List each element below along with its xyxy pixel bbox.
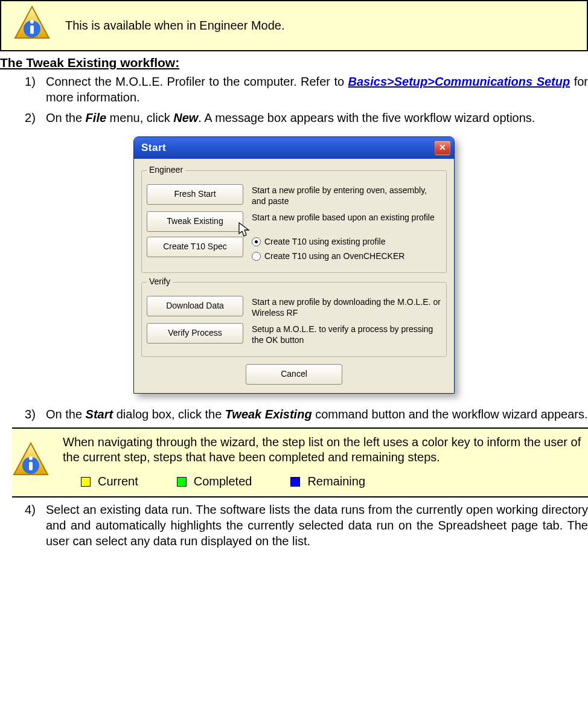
steps-list-cont2: Select an existing data run. The softwar… <box>0 502 588 549</box>
info-callout-color-key: When navigating through the wizard, the … <box>12 427 588 498</box>
group-engineer: Engineer Fresh Start Start a new profile… <box>141 165 447 273</box>
fresh-start-button[interactable]: Fresh Start <box>147 184 243 205</box>
cancel-button[interactable]: Cancel <box>246 364 342 385</box>
verify-process-button[interactable]: Verify Process <box>147 323 243 344</box>
radio-t10-existing[interactable]: Create T10 using existing profile <box>252 237 441 248</box>
svg-point-3 <box>30 20 34 24</box>
steps-list: Connect the M.O.L.E. Profiler to the com… <box>0 74 588 126</box>
download-data-button[interactable]: Download Data <box>147 296 243 316</box>
group-verify-legend: Verify <box>147 277 173 287</box>
dialog-close-button[interactable]: ✕ <box>435 141 450 155</box>
svg-rect-6 <box>29 462 33 470</box>
color-key-text: When navigating through the wizard, the … <box>63 435 583 466</box>
start-dialog: Start ✕ Engineer Fresh Start Start a new… <box>133 136 455 394</box>
svg-point-7 <box>29 456 33 460</box>
legend-current: Current <box>98 474 138 490</box>
menu-file: File <box>86 111 106 124</box>
group-verify: Verify Download Data Start a new profile… <box>141 277 447 357</box>
cursor-icon <box>238 222 251 238</box>
radio-t10-ovenchecker[interactable]: Create T10 using an OvenCHECKER <box>252 251 441 262</box>
steps-list-cont: On the Start dialog box, click the Tweak… <box>0 407 588 423</box>
verify-process-desc: Setup a M.O.L.E. to verify a process by … <box>252 323 441 345</box>
step-4: Select an existing data run. The softwar… <box>42 502 588 549</box>
section-heading: The Tweak Existing workflow: <box>0 55 588 71</box>
info-icon <box>12 441 50 483</box>
color-key-legend: Current Completed Remaining <box>63 474 583 490</box>
create-t10-button[interactable]: Create T10 Spec <box>147 237 243 257</box>
fresh-start-desc: Start a new profile by entering oven, as… <box>252 184 441 206</box>
svg-rect-2 <box>30 25 34 34</box>
step-1: Connect the M.O.L.E. Profiler to the com… <box>42 74 588 105</box>
menu-new: New <box>173 111 198 124</box>
legend-remaining: Remaining <box>307 474 365 490</box>
step-2: On the File menu, click New. A message b… <box>42 110 588 126</box>
tweak-existing-desc: Start a new profile based upon an existi… <box>252 211 441 223</box>
info-icon <box>13 5 51 46</box>
download-data-desc: Start a new profile by downloading the M… <box>252 296 441 318</box>
info-callout-text: This is available when in Engineer Mode. <box>65 18 285 34</box>
tweak-existing-button[interactable]: Tweak Existing <box>147 211 243 232</box>
dialog-titlebar: Start ✕ <box>134 137 454 159</box>
dlg-name-start: Start <box>86 408 113 421</box>
swatch-remaining <box>290 477 300 487</box>
swatch-current <box>81 477 91 487</box>
info-callout-engineer-mode: This is available when in Engineer Mode. <box>0 0 588 51</box>
dialog-title: Start <box>141 141 166 155</box>
link-comm-setup[interactable]: Basics>Setup>Communications Setup <box>348 75 570 88</box>
step-3: On the Start dialog box, click the Tweak… <box>42 407 588 423</box>
start-dialog-figure: Start ✕ Engineer Fresh Start Start a new… <box>0 136 588 394</box>
group-engineer-legend: Engineer <box>147 165 185 176</box>
btn-name-tweak: Tweak Existing <box>225 408 312 421</box>
legend-completed: Completed <box>194 474 252 490</box>
swatch-completed <box>177 477 187 487</box>
